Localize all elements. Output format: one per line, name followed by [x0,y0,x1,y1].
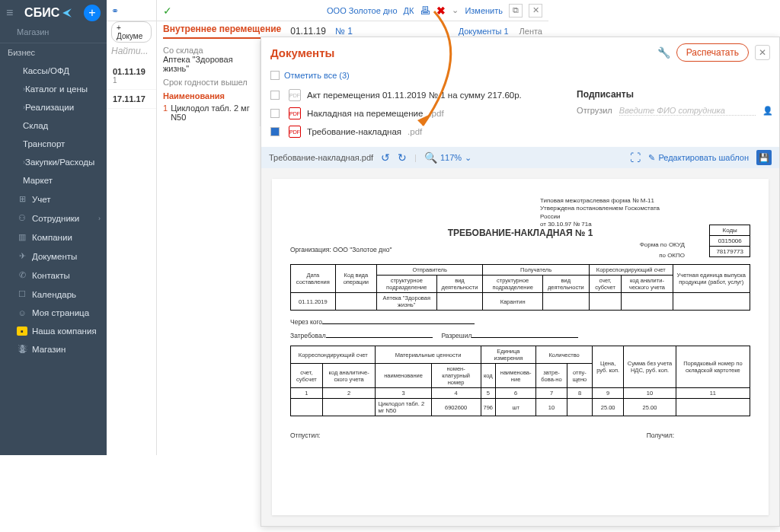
add-doc-button[interactable]: + Докуме [111,21,152,43]
nav-nasha[interactable]: ▪Наша компания [0,322,107,340]
nav-realiz[interactable]: ›Реализации [0,98,107,116]
redo-icon[interactable]: ↻ [398,151,407,164]
delete-icon[interactable]: ✖ [436,5,446,17]
calc-icon: ⊞ [17,194,27,204]
signers-panel: Подписанты Отгрузил Введите ФИО сотрудни… [577,89,773,116]
nav-market[interactable]: Маркет [0,171,107,190]
cart-icon: ⛇ [17,345,27,354]
pdf-icon: PDF [289,126,301,138]
from-value: Аптека "Здоровая жизнь" [163,55,254,73]
from-label: Со склада [163,46,254,55]
doc-num[interactable]: № 1 [335,26,353,37]
dk-link[interactable]: ДК [404,6,414,15]
send-icon: ✈ [17,251,27,261]
nav-zakupki[interactable]: ›Закупки/Расходы [0,153,107,171]
zoom-value: 117% [440,153,462,162]
document-preview: Типовая межотраслевая форма № М-11 Утвер… [261,168,779,526]
close-icon[interactable]: ✕ [755,45,770,60]
nav-dokumenty[interactable]: ✈Документы [0,247,107,266]
signers-title: Подписанты [577,89,773,100]
chevron-right-icon: › [98,215,101,222]
preview-filename: Требование-накладная.pdf [269,153,373,162]
documents-popup: Документы 🔧 Распечатать ✕ Отметить все (… [261,37,780,527]
checkbox-icon[interactable] [270,71,280,80]
save-icon[interactable]: 💾 [756,150,772,165]
checkbox[interactable] [270,91,280,100]
document-list: ⚭ + Докуме Найти... 01.11.19 1 17.11.17 [107,0,157,455]
chevron-down-icon[interactable]: ⌄ [452,5,459,15]
org-link[interactable]: ООО Золотое дно [327,6,397,15]
doc-title: ТРЕБОВАНИЕ-НАКЛАДНАЯ № 1 [290,228,750,238]
fio-input[interactable]: Введите ФИО сотрудника [619,106,756,116]
person-icon[interactable]: 👤 [762,106,773,115]
checkbox-checked[interactable] [270,127,280,136]
dialog-toolbar: ✓ ООО Золотое дно ДК 🖶 ✖ ⌄ Изменить ⧉ ✕ [157,0,548,21]
pencil-icon: ✎ [648,153,655,163]
pdf-icon: PDF [289,107,301,119]
nav-uchet[interactable]: ⊞Учет [0,190,107,209]
item-row[interactable]: 1 Циклодол табл. 2 мг N50 [163,104,254,122]
avatar-icon: ☺ [17,308,27,317]
nav-kalendar[interactable]: ☐Календарь [0,285,107,304]
doc-date: 01.11.19 [290,26,326,37]
print-icon[interactable]: 🖶 [420,5,430,17]
items-header: Наименования [163,91,254,100]
people-icon: ⚇ [17,213,27,223]
nav-kompanii[interactable]: ▥Компании [0,228,107,247]
building-icon: ▥ [17,232,27,242]
check-icon[interactable]: ✓ [163,5,172,17]
calendar-icon: ☐ [17,289,27,299]
copy-icon[interactable]: ⧉ [509,4,523,18]
print-button[interactable]: Распечатать [676,43,749,62]
add-button[interactable]: + [84,5,101,21]
expiry-label: Срок годности вышел [163,78,254,87]
checkbox[interactable] [270,109,280,118]
codes-table: Коды 0315006 78179773 [709,225,750,257]
link-icon[interactable]: ⚭ [111,5,119,16]
header-table: Дата составления Код вида операции Отпра… [290,264,750,311]
list-item[interactable]: 01.11.19 1 [107,62,156,90]
undo-icon[interactable]: ↺ [381,151,390,164]
logo: СБИС [24,6,72,20]
preview-toolbar: Требование-накладная.pdf ↺ ↻ | 🔍 117% ⌄ … [261,147,779,168]
change-link[interactable]: Изменить [465,6,503,15]
nav-katalog[interactable]: ›Каталог и цены [0,80,107,98]
fullscreen-icon[interactable]: ⛶ [630,151,641,164]
search-input[interactable]: Найти... [107,43,156,62]
nav-sklad[interactable]: Склад [0,116,107,135]
nav-magazin[interactable]: ⛇Магазин [0,340,107,358]
popup-title: Документы [270,46,651,59]
tab-docs[interactable]: Документы 1 [459,27,509,36]
zoom-icon[interactable]: 🔍 [424,151,437,164]
nav-moya[interactable]: ☺Моя страница [0,304,107,322]
nav-kassy[interactable]: Кассы/ОФД [0,62,107,80]
sent-label: Отгрузил [577,106,612,115]
items-table: Корреспондирующий счет Материальные ценн… [290,346,750,416]
company-icon: ▪ [17,327,27,336]
move-details: Со склада Аптека "Здоровая жизнь" Срок г… [157,41,261,126]
wrench-icon[interactable]: 🔧 [657,46,670,59]
tab-lenta[interactable]: Лента [519,27,542,36]
edit-template-button[interactable]: ✎ Редактировать шаблон [648,153,749,163]
close-button[interactable]: ✕ [529,4,542,18]
chevron-down-icon[interactable]: ⌄ [465,153,472,163]
nav-sotrud[interactable]: ⚇Сотрудники› [0,209,107,228]
pdf-icon: PDF [289,89,301,101]
section-business: Бизнес [0,43,107,62]
sidebar: ≡ СБИС + Магазин Бизнес Кассы/ОФД ›Катал… [0,0,107,455]
nav-kontakty[interactable]: ✆Контакты [0,266,107,285]
nav-transport[interactable]: Транспорт [0,135,107,153]
doc-row[interactable]: PDF Требование-накладная.pdf [270,123,770,141]
context-label: Магазин [0,26,107,43]
mark-all[interactable]: Отметить все (3) [261,68,779,86]
list-item[interactable]: 17.11.17 [107,90,156,109]
hamburger-icon[interactable]: ≡ [6,6,13,20]
phone-icon: ✆ [17,270,27,280]
